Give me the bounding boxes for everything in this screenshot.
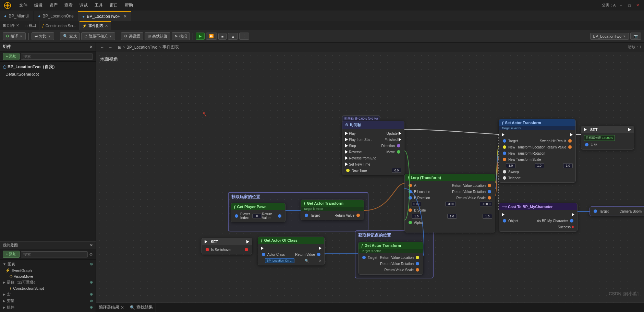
actor-class-clear-icon[interactable]: ✕ bbox=[319, 259, 321, 263]
compiler-results-tab[interactable]: 编译器结果 ✕ bbox=[96, 303, 127, 312]
actor-class-search-icon[interactable]: 🔍 bbox=[305, 259, 309, 263]
set-actor-scale-y[interactable]: 1.0 bbox=[535, 163, 544, 168]
player-index-value[interactable]: 0 bbox=[252, 214, 262, 218]
my-blueprint-add-button[interactable]: + 添加 bbox=[3, 251, 20, 258]
class-settings-button[interactable]: ⚙ 类设置 bbox=[121, 32, 143, 40]
components-default-scene-root[interactable]: DefaultSceneRoot bbox=[0, 71, 96, 78]
blueprint-dropdown[interactable]: BP_LocationTwo ▼ bbox=[590, 33, 629, 40]
functions-add-icon[interactable]: ⊕ bbox=[90, 280, 93, 285]
lerp-brot-y[interactable]: -30.0 bbox=[445, 202, 456, 206]
components-search-input[interactable] bbox=[21, 53, 93, 60]
functions-section-label[interactable]: ▶ 函数（22可重叠） bbox=[3, 280, 37, 285]
node-get-actor-transform-player-header: ƒ Get Actor Transform bbox=[301, 200, 364, 207]
compiler-results-close-icon[interactable]: ✕ bbox=[121, 305, 124, 310]
breadcrumb-event-graph[interactable]: 事件图表 bbox=[162, 44, 179, 50]
macros-add-icon[interactable]: ⊕ bbox=[90, 292, 93, 297]
node-set-bottom[interactable]: SET Is Switchover bbox=[202, 238, 252, 254]
compile-button[interactable]: ⚙ 编译 ▼ bbox=[3, 32, 26, 40]
simulate-button[interactable]: ⊳ 模拟 bbox=[172, 32, 190, 40]
components-close-icon[interactable]: ✕ bbox=[89, 45, 93, 49]
node-get-actor-transform-player[interactable]: ƒ Get Actor Transform Target is Actor Ta… bbox=[301, 200, 364, 220]
variables-add-icon[interactable]: ⊕ bbox=[90, 299, 93, 303]
node-set-actor-transform[interactable]: ƒ Set Actor Transform Target is Actor Ta… bbox=[499, 119, 576, 183]
lerp-brot-x[interactable]: 0.00 bbox=[412, 202, 421, 206]
node-lerp-row-bscale: B Scale bbox=[405, 207, 495, 213]
my-blueprint-search-input[interactable] bbox=[21, 251, 88, 257]
node-cast-header: ⟶ Cast To BP_MyCharacter bbox=[499, 203, 577, 210]
node-get-actor-of-class[interactable]: ƒ Get Actor Of Class Actor Class Return … bbox=[258, 237, 325, 265]
find-button[interactable]: 🔍 查找 bbox=[60, 32, 80, 40]
tab-construction-script[interactable]: ƒConstruction Scr... bbox=[39, 21, 80, 30]
menu-view[interactable]: 查看 bbox=[62, 2, 75, 9]
lerp-bscale-x[interactable]: 1.0 bbox=[412, 214, 421, 219]
timeline-newtime-value[interactable]: 0.0 bbox=[392, 168, 401, 173]
event-graph-item[interactable]: ⚡ EventGraph bbox=[0, 267, 96, 273]
tab-close-icon[interactable]: ✕ bbox=[123, 14, 127, 19]
menu-help[interactable]: 帮助 bbox=[122, 2, 136, 9]
node-timeline-header: ⏱ 时间轴 bbox=[342, 121, 404, 129]
tab-bp-location-one[interactable]: ● BP_LocationOne bbox=[34, 11, 78, 21]
node-set-actor-transform-subheader: Target is Actor bbox=[499, 126, 575, 130]
diff-button[interactable]: ⇌ 对比 ▼ bbox=[32, 32, 54, 40]
toolbar: ⚙ 编译 ▼ ⇌ 对比 ▼ 🔍 查找 ⊙ 隐藏不相关 ▼ ⚙ 类设置 ⊞ 类默认… bbox=[0, 30, 644, 43]
node-lerp-row-a: A Return Value Location bbox=[405, 182, 495, 189]
node-cast-exec bbox=[499, 212, 577, 218]
tab-bp-location-two[interactable]: ● BP_LocationTwo+ ✕ bbox=[78, 11, 131, 21]
components-section-label[interactable]: ▶ 组件 bbox=[3, 305, 14, 310]
tab-event-graph[interactable]: ⚡事件图表✕ bbox=[80, 21, 111, 30]
vision-move-item[interactable]: ◇ VisionMove bbox=[0, 273, 96, 279]
set-actor-scale-x[interactable]: 1.0 bbox=[506, 163, 515, 168]
node-lerp-transform[interactable]: ƒ Lerp (Transform) A Return Value Locati… bbox=[404, 174, 495, 232]
construction-script-item[interactable]: ƒ ConstructionScript bbox=[0, 286, 96, 291]
set-actor-scale-z[interactable]: 1.0 bbox=[563, 163, 573, 168]
tab-components[interactable]: ⊞组件✕ bbox=[0, 21, 22, 30]
node-set-top[interactable]: SET 目标赋长度 15000.0 目标 bbox=[581, 126, 634, 149]
more-button[interactable]: ⋮ bbox=[239, 33, 249, 40]
hide-unrelated-button[interactable]: ⊙ 隐藏不相关 ▼ bbox=[81, 32, 115, 40]
nav-back-button[interactable]: ← bbox=[99, 44, 106, 50]
graphs-add-icon[interactable]: ⊕ bbox=[90, 262, 93, 266]
node-camera-boom[interactable]: Target Camera Boom bbox=[590, 206, 644, 216]
macros-section-label[interactable]: ▶ 宏 bbox=[3, 292, 11, 297]
play-button[interactable]: ▶ bbox=[196, 33, 205, 40]
my-blueprint-close-icon[interactable]: ✕ bbox=[90, 243, 93, 248]
window-minimize[interactable]: － bbox=[617, 3, 625, 8]
components-add-button[interactable]: + 添加 bbox=[3, 53, 20, 60]
menu-window[interactable]: 窗口 bbox=[107, 2, 121, 9]
forward-button[interactable]: ⏩ bbox=[206, 33, 217, 40]
set-top-value[interactable]: 目标赋长度 15000.0 bbox=[584, 135, 615, 141]
actor-class-value[interactable]: BP_Location On ... bbox=[265, 258, 294, 263]
menu-edit[interactable]: 编辑 bbox=[32, 2, 45, 9]
components-root-item[interactable]: ⬡ BP_LocationTwo（自我） bbox=[0, 63, 96, 71]
window-close[interactable]: ✕ bbox=[634, 3, 641, 8]
blueprint-canvas[interactable]: 地面视角 ↑ 获取玩家的位置 获取标记点的位置 时间轴 @ 0.00 s (0.… bbox=[96, 52, 644, 302]
node-set-actor-transform-row-newloc: New Transform Location Return Value bbox=[499, 144, 575, 150]
node-timeline[interactable]: ⏱ 时间轴 Play Update Play from Start Finish… bbox=[342, 121, 404, 175]
nav-forward-button[interactable]: → bbox=[107, 44, 114, 50]
lerp-bscale-z[interactable]: 1.0 bbox=[483, 214, 492, 219]
lerp-brot-z[interactable]: -120.0 bbox=[480, 202, 492, 206]
stop-button[interactable]: ■ bbox=[218, 33, 227, 40]
components-add-icon2[interactable]: ⊕ bbox=[90, 305, 93, 310]
menu-debug[interactable]: 调试 bbox=[77, 2, 90, 9]
menu-asset[interactable]: 资产 bbox=[47, 2, 60, 9]
grid-view-button[interactable]: ⊞ bbox=[118, 45, 121, 50]
tab-viewport[interactable]: □视口 bbox=[22, 21, 39, 30]
node-get-player-pawn[interactable]: ƒ Get Player Pawn Player Index0 Return V… bbox=[231, 203, 285, 222]
node-get-actor-transform-marker[interactable]: ƒ Get Actor Transform Target is Actor Ta… bbox=[358, 242, 423, 275]
graphs-section-label[interactable]: ▼ 图表 bbox=[3, 262, 15, 267]
node-set-top-target-row: 目标 bbox=[581, 142, 634, 148]
menu-file[interactable]: 文件 bbox=[16, 2, 30, 9]
class-defaults-button[interactable]: ⊞ 类默认值 bbox=[145, 32, 170, 40]
eject-button[interactable]: ▲ bbox=[228, 33, 238, 40]
window-maximize[interactable]: □ bbox=[626, 3, 633, 8]
tab-bp-main-ui[interactable]: ● BP_MianUI bbox=[0, 11, 34, 21]
menu-tools[interactable]: 工具 bbox=[92, 2, 106, 9]
blueprint-icon-button[interactable]: 📷 bbox=[630, 33, 641, 40]
settings-icon[interactable]: ⚙ bbox=[89, 252, 93, 257]
node-cast-bp-mycharacter[interactable]: ⟶ Cast To BP_MyCharacter Object As BP My… bbox=[499, 203, 578, 232]
variables-section-label[interactable]: ▶ 变量 bbox=[3, 298, 14, 303]
lerp-bscale-y[interactable]: 1.0 bbox=[447, 214, 457, 219]
breadcrumb-blueprint[interactable]: BP_LocationTwo bbox=[126, 45, 157, 50]
find-results-tab[interactable]: 🔍 查找结果 bbox=[127, 303, 156, 312]
